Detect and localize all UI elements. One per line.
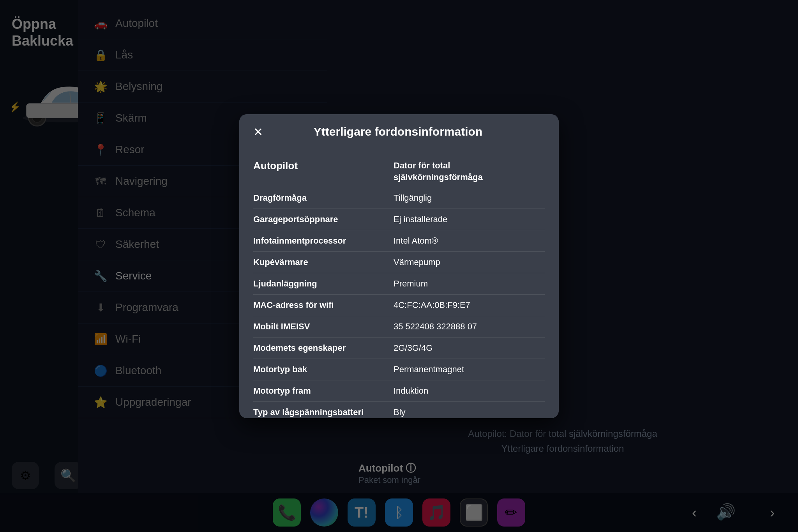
info-row: Ljudanläggning Premium bbox=[253, 273, 545, 295]
info-value: Permanentmagnet bbox=[394, 364, 464, 375]
info-value: Ej installerade bbox=[394, 214, 447, 224]
info-row: Garageportsöppnare Ej installerade bbox=[253, 209, 545, 230]
info-row: Motortyp fram Induktion bbox=[253, 380, 545, 402]
info-value: Tillgänglig bbox=[394, 193, 432, 203]
info-key: Mobilt IMEISV bbox=[253, 322, 386, 332]
info-key: Motortyp bak bbox=[253, 364, 386, 375]
info-key: Kupévärmare bbox=[253, 257, 386, 267]
info-key: Dragförmåga bbox=[253, 193, 386, 203]
info-key: Garageportsöppnare bbox=[253, 214, 386, 224]
info-value: Induktion bbox=[394, 386, 428, 396]
info-row: Typ av lågspänningsbatteri Bly bbox=[253, 402, 545, 418]
modal-header: ✕ Ytterligare fordonsinformation bbox=[239, 114, 559, 150]
info-key: Modemets egenskaper bbox=[253, 343, 386, 353]
info-value: Värmepump bbox=[394, 257, 440, 267]
info-row: MAC-adress för wifi 4C:FC:AA:0B:F9:E7 bbox=[253, 295, 545, 316]
modal-overlay: ✕ Ytterligare fordonsinformation Autopil… bbox=[0, 0, 798, 532]
modal-close-button[interactable]: ✕ bbox=[253, 125, 263, 139]
modal-title: Ytterligare fordonsinformation bbox=[271, 125, 525, 138]
info-row: Modemets egenskaper 2G/3G/4G bbox=[253, 338, 545, 359]
autopilot-key: Autopilot bbox=[253, 160, 386, 172]
info-key: Infotainmentprocessor bbox=[253, 236, 386, 246]
info-value: Bly bbox=[394, 407, 406, 417]
info-row: Infotainmentprocessor Intel Atom® bbox=[253, 230, 545, 252]
modal-body: Autopilot Dator för total självkörningsf… bbox=[239, 150, 559, 418]
autopilot-row: Autopilot Dator för total självkörningsf… bbox=[253, 154, 545, 188]
info-value: 4C:FC:AA:0B:F9:E7 bbox=[394, 300, 470, 310]
autopilot-value: Dator för total självkörningsförmåga bbox=[394, 160, 483, 184]
info-value: Premium bbox=[394, 279, 428, 289]
vehicle-info-modal: ✕ Ytterligare fordonsinformation Autopil… bbox=[239, 114, 559, 418]
info-row: Kupévärmare Värmepump bbox=[253, 252, 545, 273]
info-value: Intel Atom® bbox=[394, 236, 438, 246]
info-value: 35 522408 322888 07 bbox=[394, 322, 477, 332]
info-key: Motortyp fram bbox=[253, 386, 386, 396]
info-value: 2G/3G/4G bbox=[394, 343, 433, 353]
info-key: MAC-adress för wifi bbox=[253, 300, 386, 310]
info-key: Typ av lågspänningsbatteri bbox=[253, 407, 386, 417]
info-row: Mobilt IMEISV 35 522408 322888 07 bbox=[253, 316, 545, 338]
info-key: Ljudanläggning bbox=[253, 279, 386, 289]
info-row: Motortyp bak Permanentmagnet bbox=[253, 359, 545, 380]
info-row: Dragförmåga Tillgänglig bbox=[253, 187, 545, 209]
